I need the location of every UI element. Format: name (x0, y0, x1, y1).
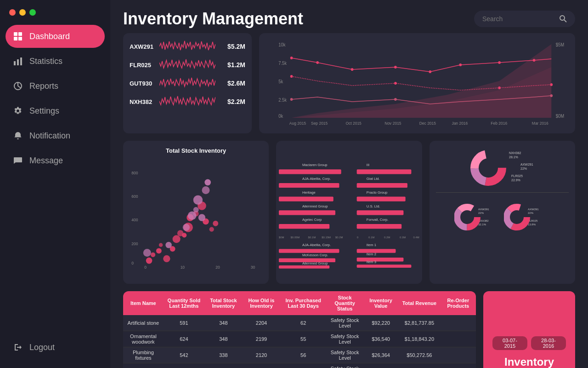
ticker-wave-1 (159, 58, 215, 72)
svg-text:$0M: $0M (556, 114, 564, 119)
ticker-card-3: NXH382 $2.2M (130, 95, 245, 109)
traffic-light-yellow[interactable] (19, 9, 26, 16)
ticker-card-2: GUT930 $2.6M (130, 76, 245, 90)
pie-chart-icon (13, 81, 23, 91)
col-inv-purchased: Inv. Purchased Last 30 Days (280, 291, 326, 315)
svg-text:200: 200 (131, 242, 138, 246)
svg-rect-106 (357, 224, 402, 229)
cell-total-stock: 337 (204, 363, 243, 368)
search-icon (560, 15, 567, 23)
svg-point-127 (479, 159, 498, 177)
svg-text:Item 2: Item 2 (367, 252, 376, 256)
ticker-wave-3 (159, 95, 215, 109)
svg-text:Dec 2015: Dec 2015 (419, 121, 436, 126)
svg-point-22 (394, 66, 397, 69)
inventory-table: Item Name Quantity Sold Last 12mths Tota… (123, 291, 476, 368)
svg-rect-113 (357, 249, 396, 253)
svg-point-71 (193, 207, 199, 213)
svg-point-70 (188, 211, 197, 220)
svg-rect-4 (14, 61, 16, 65)
sidebar-item-message[interactable]: Message (6, 149, 105, 172)
cell-item-name: Artificial stone (123, 315, 164, 331)
svg-text:600: 600 (131, 194, 138, 199)
svg-text:McKesson Corp.: McKesson Corp. (302, 253, 328, 257)
cell-inv-value: $36,540 (363, 331, 398, 347)
svg-point-52 (151, 253, 155, 257)
svg-point-53 (156, 248, 162, 253)
svg-text:NXH382: NXH382 (509, 151, 521, 155)
svg-rect-117 (357, 264, 412, 268)
traffic-light-red[interactable] (9, 9, 16, 16)
ticker-card-0: AXW291 $5.2M (130, 40, 245, 53)
logout-icon (13, 342, 23, 352)
cell-qty-sold: 542 (164, 347, 204, 363)
cell-how-old: 2120 (243, 347, 280, 363)
svg-point-30 (550, 83, 553, 86)
cell-inv-purchased: 40 (280, 363, 326, 368)
svg-text:Oct 2015: Oct 2015 (345, 121, 362, 126)
svg-point-25 (498, 61, 501, 64)
svg-text:III: III (367, 163, 369, 167)
cell-item-name: Plumbing fixtures (123, 347, 164, 363)
search-input[interactable] (482, 15, 556, 23)
donut-chart-card: NXH382 28.1% AXW291 22% FLR025 22.9% (430, 141, 575, 284)
svg-text:$5M: $5M (556, 42, 564, 47)
message-label: Message (29, 156, 63, 166)
col-total-stock: Total Stock Inventory (204, 291, 243, 315)
svg-point-24 (459, 63, 462, 66)
svg-text:AJA-Abellia, Corp.: AJA-Abellia, Corp. (302, 243, 331, 247)
svg-text:Fonvall, Corp.: Fonvall, Corp. (367, 218, 388, 222)
cell-reorder (441, 331, 476, 347)
svg-text:Maclaren Group: Maclaren Group (302, 163, 328, 167)
svg-point-143 (510, 211, 523, 224)
svg-text:Heritage: Heritage (302, 190, 316, 195)
sidebar-item-reports[interactable]: Reports (6, 75, 105, 98)
svg-text:22%: 22% (528, 212, 534, 214)
svg-point-66 (213, 221, 218, 226)
cell-reorder (441, 315, 476, 331)
svg-rect-115 (357, 258, 404, 261)
svg-point-27 (290, 75, 293, 78)
col-how-old: How Old is Inventory (243, 291, 280, 315)
sidebar-item-notification[interactable]: Notification (6, 124, 105, 147)
cell-total-stock: 348 (204, 331, 243, 347)
svg-rect-85 (279, 224, 329, 229)
bell-icon (13, 131, 23, 141)
svg-text:Feb 2016: Feb 2016 (491, 121, 507, 126)
cell-item-name: Wood finishing (123, 363, 164, 368)
traffic-light-green[interactable] (29, 9, 36, 16)
line-chart: 10k 7.5k 5k 2.5k 0k $5M $0M (259, 33, 575, 133)
sidebar-item-logout[interactable]: Logout (6, 336, 105, 359)
cell-total-stock: 348 (204, 315, 243, 331)
svg-text:AJA-Abellia, Corp.: AJA-Abellia, Corp. (302, 177, 331, 181)
svg-text:32.1%: 32.1% (478, 223, 486, 226)
ticker-wave-2 (159, 76, 215, 90)
svg-text:5k: 5k (278, 79, 283, 84)
svg-text:22.9%: 22.9% (511, 178, 520, 182)
data-table: Item Name Quantity Sold Last 12mths Tota… (123, 291, 476, 368)
svg-text:22%: 22% (478, 212, 484, 214)
cell-item-name: Ornamental woodwork (123, 331, 164, 347)
svg-point-73 (193, 195, 203, 204)
svg-text:AXW291: AXW291 (520, 163, 533, 166)
ticker-id-0: AXW291 (130, 43, 155, 50)
bar-chart-icon (13, 56, 23, 66)
sidebar-item-statistics[interactable]: Statistics (6, 50, 105, 73)
svg-text:Ailernned Group: Ailernned Group (302, 204, 328, 208)
svg-text:$0.15M: $0.15M (322, 236, 331, 239)
svg-text:Giat Ltd.: Giat Ltd. (367, 177, 380, 181)
svg-text:0: 0 (131, 261, 134, 265)
sidebar-item-settings[interactable]: Settings (6, 99, 105, 122)
search-bar[interactable] (474, 11, 575, 27)
ticker-id-1: FLR025 (130, 62, 155, 69)
svg-point-26 (533, 59, 536, 62)
cell-revenue: $50,272.56 (398, 347, 441, 363)
svg-point-32 (394, 98, 397, 101)
svg-text:Item 1: Item 1 (367, 243, 376, 247)
svg-point-33 (550, 94, 553, 97)
ticker-cards: AXW291 $5.2M FLR025 $1.2M (123, 33, 252, 133)
mid-row: Total Stock Inventory 800 600 400 200 0 … (123, 141, 575, 284)
svg-text:30: 30 (251, 265, 255, 270)
cell-how-old: 2199 (243, 331, 280, 347)
sidebar-item-dashboard[interactable]: Dashboard (6, 25, 105, 48)
